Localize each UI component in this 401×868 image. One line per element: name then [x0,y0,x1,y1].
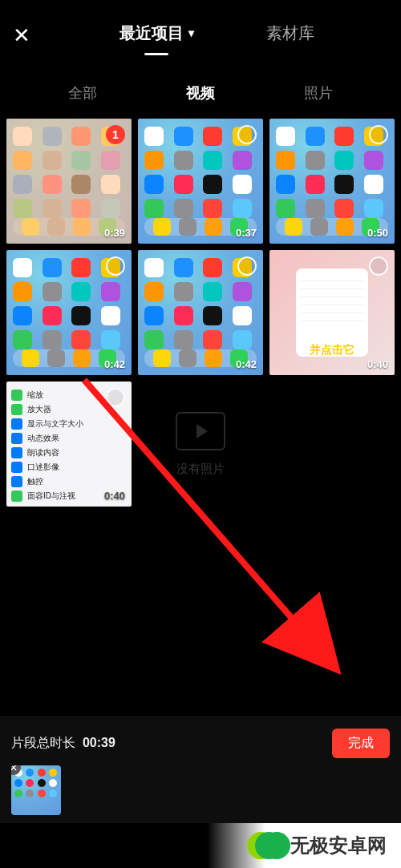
media-item[interactable]: 0:50 [269,119,395,244]
settings-row-icon [11,433,22,444]
settings-row: 口述影像 [11,460,127,474]
empty-state: 没有照片 [138,382,263,507]
settings-row: 动态效果 [11,431,127,446]
selection-circle-icon[interactable] [237,125,257,144]
settings-row-label: 缩放 [27,390,43,401]
media-grid: 1 0:39 0:37 0:50 0:42 [0,115,401,510]
duration-label: 0:37 [236,227,257,239]
selection-circle-icon[interactable] [237,256,257,276]
media-item[interactable]: 1 0:39 [6,119,132,244]
settings-row-icon [11,476,22,487]
media-item[interactable]: 0:42 [6,250,132,375]
bottom-bar: 片段总时长 00:39 完成 ✕ [0,716,401,823]
selection-circle-icon[interactable] [369,125,388,144]
settings-row: 朗读内容 [11,446,127,460]
media-item[interactable]: 缩放放大器显示与文字大小动态效果朗读内容口述影像触控面容ID与注视 0:40 [6,382,132,507]
settings-row-label: 动态效果 [27,433,59,444]
duration-label: 0:50 [367,227,388,239]
settings-row-icon [11,447,22,458]
selection-circle-icon[interactable] [369,256,388,276]
top-bar: ✕ 最近项目 ▾ 素材库 [0,0,401,71]
total-duration: 片段总时长 00:39 [11,735,115,752]
media-item[interactable]: 0:37 [138,119,263,244]
thumb-caption: 并点击它 [269,343,395,357]
chevron-down-icon: ▾ [188,26,194,39]
duration-label: 0:40 [367,358,388,370]
settings-row: 显示与文字大小 [11,417,127,431]
selection-circle-icon[interactable] [106,256,125,276]
done-button[interactable]: 完成 [332,729,390,758]
duration-label: 0:39 [104,227,125,239]
settings-row-icon [11,418,22,430]
selected-thumb[interactable]: ✕ [11,765,61,815]
settings-row-icon [11,404,22,415]
video-placeholder-icon [176,412,225,450]
settings-row-label: 放大器 [27,404,51,415]
filter-bar: 全部 视频 照片 [0,71,401,115]
settings-row-icon [11,491,22,502]
tab-recent-label: 最近项目 [119,22,184,44]
tab-recent[interactable]: 最近项目 ▾ [119,22,194,49]
duration-label: 0:42 [236,358,257,370]
settings-row-label: 触控 [27,476,43,487]
settings-row-icon [11,390,22,401]
duration-label: 0:42 [104,358,125,370]
empty-label: 没有照片 [176,462,225,477]
filter-photo[interactable]: 照片 [304,83,333,103]
tab-library[interactable]: 素材库 [266,22,314,49]
selection-circle-icon[interactable] [106,388,125,407]
duration-label: 0:40 [104,490,125,502]
media-item[interactable]: 并点击它 0:40 [269,250,395,375]
tab-library-label: 素材库 [266,22,314,44]
total-duration-prefix: 片段总时长 [11,736,75,749]
watermark-logo-icon [255,832,282,859]
filter-all[interactable]: 全部 [68,83,97,103]
settings-row-label: 面容ID与注视 [27,491,75,502]
settings-row-label: 口述影像 [27,462,59,473]
settings-row-label: 显示与文字大小 [27,418,83,430]
total-duration-value: 00:39 [83,736,115,749]
media-item[interactable]: 0:42 [138,250,263,375]
settings-row-icon [11,462,22,473]
watermark: 无极安卓网 [207,823,401,868]
watermark-text: 无极安卓网 [290,833,387,858]
selected-strip: ✕ [11,765,390,815]
filter-video[interactable]: 视频 [186,83,215,103]
source-tabs: 最近项目 ▾ 素材库 [45,22,388,49]
settings-row: 触控 [11,474,127,489]
selection-badge: 1 [106,125,125,144]
close-icon[interactable]: ✕ [13,23,45,48]
settings-row-label: 朗读内容 [27,447,59,458]
